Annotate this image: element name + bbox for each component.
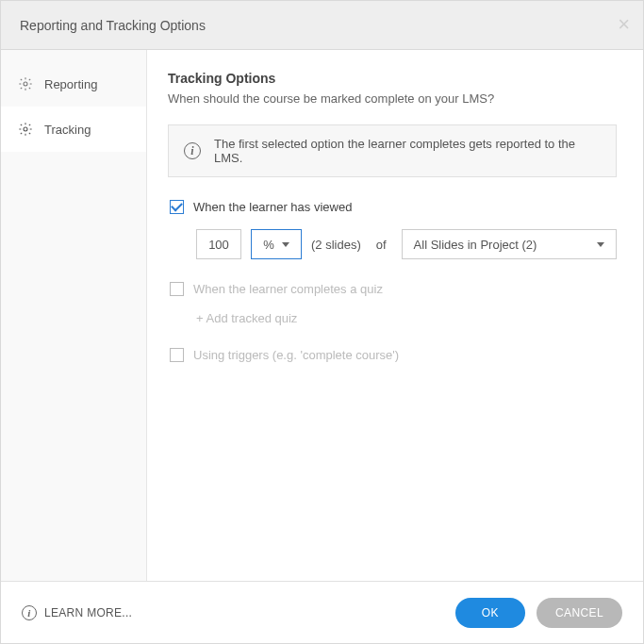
sidebar-item-label: Reporting (44, 77, 97, 91)
add-tracked-quiz[interactable]: + Add tracked quiz (196, 311, 617, 325)
close-icon[interactable]: × (618, 14, 630, 35)
sidebar-item-reporting[interactable]: Reporting (1, 61, 146, 107)
percent-input[interactable]: 100 (196, 229, 241, 259)
viewed-controls: 100 % (2 slides) of All Slides in Projec… (196, 229, 617, 259)
content-pane: Tracking Options When should the course … (147, 50, 643, 581)
option-viewed-row[interactable]: When the learner has viewed (170, 200, 617, 214)
sidebar-item-tracking[interactable]: Tracking (1, 107, 146, 152)
ok-button[interactable]: OK (455, 598, 525, 628)
of-label: of (376, 238, 387, 252)
learn-more-link[interactable]: i LEARN MORE... (22, 605, 132, 620)
chevron-down-icon (597, 242, 604, 247)
dialog-body: Reporting Tracking Tracking Options When… (1, 50, 643, 581)
option-triggers-row[interactable]: Using triggers (e.g. 'complete course') (170, 348, 617, 362)
checkbox-quiz[interactable] (170, 282, 184, 296)
percent-unit-label: % (263, 238, 274, 252)
option-viewed: When the learner has viewed 100 % (2 sli… (168, 200, 617, 259)
dialog-title: Reporting and Tracking Options (20, 18, 206, 33)
info-text: The first selected option the learner co… (214, 137, 601, 165)
slide-count-label: (2 slides) (311, 238, 361, 252)
learn-more-label: LEARN MORE... (44, 606, 132, 619)
info-banner: i The first selected option the learner … (168, 124, 617, 177)
sidebar-item-label: Tracking (44, 123, 91, 137)
scope-select[interactable]: All Slides in Project (2) (402, 229, 617, 259)
svg-point-0 (24, 82, 27, 86)
option-triggers: Using triggers (e.g. 'complete course') (168, 348, 617, 362)
section-subhead: When should the course be marked complet… (168, 91, 617, 106)
option-triggers-label: Using triggers (e.g. 'complete course') (193, 348, 399, 362)
checkbox-viewed[interactable] (170, 200, 184, 214)
info-icon: i (22, 605, 37, 620)
scope-label: All Slides in Project (2) (414, 238, 537, 252)
gear-icon (18, 76, 33, 91)
dialog-window: Reporting and Tracking Options × Reporti… (0, 0, 644, 644)
titlebar: Reporting and Tracking Options × (1, 1, 643, 50)
svg-point-1 (24, 127, 27, 131)
option-viewed-label: When the learner has viewed (193, 200, 352, 214)
sidebar: Reporting Tracking (1, 50, 147, 581)
info-icon: i (184, 142, 201, 159)
option-quiz-label: When the learner completes a quiz (193, 282, 383, 296)
checkbox-triggers[interactable] (170, 348, 184, 362)
cancel-button[interactable]: CANCEL (537, 598, 622, 628)
gear-icon (18, 122, 33, 137)
dialog-footer: i LEARN MORE... OK CANCEL (1, 581, 643, 643)
chevron-down-icon (282, 242, 289, 247)
percent-unit-select[interactable]: % (251, 229, 302, 259)
section-heading: Tracking Options (168, 71, 617, 86)
option-quiz-row[interactable]: When the learner completes a quiz (170, 282, 617, 296)
option-quiz: When the learner completes a quiz + Add … (168, 282, 617, 325)
